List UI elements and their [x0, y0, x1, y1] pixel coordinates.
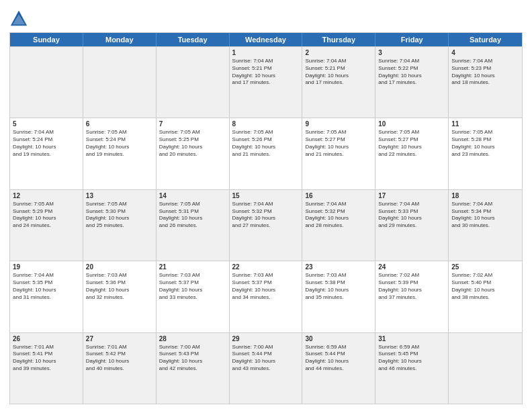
day-number: 1 [232, 49, 300, 56]
cal-cell-20-r3c1: 20Sunrise: 7:03 AMSunset: 5:36 PMDayligh… [83, 261, 157, 332]
day-number: 5 [13, 120, 80, 128]
cal-cell-31-r4c5: 31Sunrise: 6:59 AMSunset: 5:45 PMDayligh… [375, 333, 449, 404]
page-container: SundayMondayTuesdayWednesdayThursdayFrid… [0, 0, 532, 411]
cal-cell-empty-r0c2 [157, 47, 230, 118]
day-number: 29 [232, 335, 300, 342]
cell-info: Sunrise: 7:03 AMSunset: 5:36 PMDaylight:… [86, 272, 153, 301]
cell-info: Sunrise: 7:05 AMSunset: 5:24 PMDaylight:… [86, 129, 153, 158]
cal-cell-25-r3c6: 25Sunrise: 7:02 AMSunset: 5:40 PMDayligh… [449, 261, 522, 332]
day-number: 19 [13, 263, 80, 271]
weekday-header-monday: Monday [83, 33, 157, 46]
cal-cell-18-r2c6: 18Sunrise: 7:04 AMSunset: 5:34 PMDayligh… [449, 190, 522, 261]
day-number: 23 [305, 263, 372, 271]
cell-info: Sunrise: 7:04 AMSunset: 5:32 PMDaylight:… [232, 201, 300, 230]
cell-info: Sunrise: 7:02 AMSunset: 5:40 PMDaylight:… [451, 272, 519, 301]
cell-info: Sunrise: 7:05 AMSunset: 5:27 PMDaylight:… [378, 129, 445, 158]
page-header [9, 7, 523, 28]
cell-info: Sunrise: 7:05 AMSunset: 5:25 PMDaylight:… [159, 129, 226, 158]
cal-cell-10-r1c5: 10Sunrise: 7:05 AMSunset: 5:27 PMDayligh… [375, 118, 449, 189]
cal-cell-14-r2c2: 14Sunrise: 7:05 AMSunset: 5:31 PMDayligh… [157, 190, 230, 261]
cal-cell-16-r2c4: 16Sunrise: 7:04 AMSunset: 5:32 PMDayligh… [302, 190, 375, 261]
cal-cell-5-r1c0: 5Sunrise: 7:04 AMSunset: 5:24 PMDaylight… [10, 118, 83, 189]
cell-info: Sunrise: 7:04 AMSunset: 5:22 PMDaylight:… [378, 58, 445, 87]
cal-cell-empty-r0c0 [10, 47, 83, 118]
calendar-body: 1Sunrise: 7:04 AMSunset: 5:21 PMDaylight… [10, 46, 522, 404]
cell-info: Sunrise: 7:01 AMSunset: 5:41 PMDaylight:… [13, 344, 80, 373]
cal-cell-6-r1c1: 6Sunrise: 7:05 AMSunset: 5:24 PMDaylight… [83, 118, 157, 189]
cal-cell-empty-r0c1 [83, 47, 157, 118]
day-number: 24 [378, 263, 445, 271]
cell-info: Sunrise: 7:04 AMSunset: 5:21 PMDaylight:… [232, 58, 300, 87]
day-number: 11 [451, 120, 519, 128]
day-number: 3 [378, 49, 445, 56]
cal-cell-27-r4c1: 27Sunrise: 7:01 AMSunset: 5:42 PMDayligh… [83, 333, 157, 404]
day-number: 17 [378, 192, 445, 199]
day-number: 15 [232, 192, 300, 199]
cell-info: Sunrise: 7:05 AMSunset: 5:31 PMDaylight:… [159, 201, 226, 230]
weekday-header-thursday: Thursday [302, 33, 375, 46]
weekday-header-tuesday: Tuesday [157, 33, 230, 46]
cal-cell-2-r0c4: 2Sunrise: 7:04 AMSunset: 5:21 PMDaylight… [302, 47, 375, 118]
day-number: 8 [232, 120, 300, 128]
cell-info: Sunrise: 7:04 AMSunset: 5:35 PMDaylight:… [13, 272, 80, 301]
day-number: 7 [159, 120, 226, 128]
cal-cell-7-r1c2: 7Sunrise: 7:05 AMSunset: 5:25 PMDaylight… [157, 118, 230, 189]
cal-cell-empty-r4c6 [449, 333, 522, 404]
calendar-header: SundayMondayTuesdayWednesdayThursdayFrid… [10, 33, 522, 46]
cal-cell-21-r3c2: 21Sunrise: 7:03 AMSunset: 5:37 PMDayligh… [157, 261, 230, 332]
cell-info: Sunrise: 7:03 AMSunset: 5:37 PMDaylight:… [159, 272, 226, 301]
cal-cell-26-r4c0: 26Sunrise: 7:01 AMSunset: 5:41 PMDayligh… [10, 333, 83, 404]
cell-info: Sunrise: 6:59 AMSunset: 5:44 PMDaylight:… [305, 344, 372, 373]
day-number: 22 [232, 263, 300, 271]
day-number: 10 [378, 120, 445, 128]
calendar-row-2: 12Sunrise: 7:05 AMSunset: 5:29 PMDayligh… [10, 189, 522, 261]
logo [9, 9, 31, 28]
day-number: 20 [86, 263, 153, 271]
cal-cell-8-r1c3: 8Sunrise: 7:05 AMSunset: 5:26 PMDaylight… [230, 118, 303, 189]
day-number: 27 [86, 335, 153, 342]
cell-info: Sunrise: 7:05 AMSunset: 5:28 PMDaylight:… [451, 129, 519, 158]
cell-info: Sunrise: 7:04 AMSunset: 5:24 PMDaylight:… [13, 129, 80, 158]
day-number: 21 [159, 263, 226, 271]
day-number: 31 [378, 335, 445, 342]
cal-cell-24-r3c5: 24Sunrise: 7:02 AMSunset: 5:39 PMDayligh… [375, 261, 449, 332]
day-number: 6 [86, 120, 153, 128]
cal-cell-9-r1c4: 9Sunrise: 7:05 AMSunset: 5:27 PMDaylight… [302, 118, 375, 189]
day-number: 12 [13, 192, 80, 199]
day-number: 25 [451, 263, 519, 271]
cell-info: Sunrise: 7:04 AMSunset: 5:21 PMDaylight:… [305, 58, 372, 87]
cal-cell-22-r3c3: 22Sunrise: 7:03 AMSunset: 5:37 PMDayligh… [230, 261, 303, 332]
day-number: 18 [451, 192, 519, 199]
cal-cell-28-r4c2: 28Sunrise: 7:00 AMSunset: 5:43 PMDayligh… [157, 333, 230, 404]
cell-info: Sunrise: 7:00 AMSunset: 5:43 PMDaylight:… [159, 344, 226, 373]
cell-info: Sunrise: 7:00 AMSunset: 5:44 PMDaylight:… [232, 344, 300, 373]
day-number: 16 [305, 192, 372, 199]
day-number: 26 [13, 335, 80, 342]
cal-cell-11-r1c6: 11Sunrise: 7:05 AMSunset: 5:28 PMDayligh… [449, 118, 522, 189]
day-number: 13 [86, 192, 153, 199]
day-number: 4 [451, 49, 519, 56]
cal-cell-23-r3c4: 23Sunrise: 7:03 AMSunset: 5:38 PMDayligh… [302, 261, 375, 332]
weekday-header-wednesday: Wednesday [230, 33, 303, 46]
day-number: 28 [159, 335, 226, 342]
calendar-row-0: 1Sunrise: 7:04 AMSunset: 5:21 PMDaylight… [10, 46, 522, 118]
calendar-row-1: 5Sunrise: 7:04 AMSunset: 5:24 PMDaylight… [10, 118, 522, 189]
cell-info: Sunrise: 7:04 AMSunset: 5:33 PMDaylight:… [378, 201, 445, 230]
cal-cell-3-r0c5: 3Sunrise: 7:04 AMSunset: 5:22 PMDaylight… [375, 47, 449, 118]
cal-cell-13-r2c1: 13Sunrise: 7:05 AMSunset: 5:30 PMDayligh… [83, 190, 157, 261]
weekday-header-saturday: Saturday [449, 33, 522, 46]
calendar-row-4: 26Sunrise: 7:01 AMSunset: 5:41 PMDayligh… [10, 332, 522, 404]
cell-info: Sunrise: 7:04 AMSunset: 5:34 PMDaylight:… [451, 201, 519, 230]
cell-info: Sunrise: 7:04 AMSunset: 5:32 PMDaylight:… [305, 201, 372, 230]
cell-info: Sunrise: 7:02 AMSunset: 5:39 PMDaylight:… [378, 272, 445, 301]
cal-cell-19-r3c0: 19Sunrise: 7:04 AMSunset: 5:35 PMDayligh… [10, 261, 83, 332]
cell-info: Sunrise: 7:05 AMSunset: 5:29 PMDaylight:… [13, 201, 80, 230]
cell-info: Sunrise: 7:03 AMSunset: 5:37 PMDaylight:… [232, 272, 300, 301]
calendar-row-3: 19Sunrise: 7:04 AMSunset: 5:35 PMDayligh… [10, 261, 522, 332]
day-number: 30 [305, 335, 372, 342]
cal-cell-1-r0c3: 1Sunrise: 7:04 AMSunset: 5:21 PMDaylight… [230, 47, 303, 118]
cell-info: Sunrise: 6:59 AMSunset: 5:45 PMDaylight:… [378, 344, 445, 373]
cal-cell-29-r4c3: 29Sunrise: 7:00 AMSunset: 5:44 PMDayligh… [230, 333, 303, 404]
calendar: SundayMondayTuesdayWednesdayThursdayFrid… [9, 32, 523, 404]
cal-cell-30-r4c4: 30Sunrise: 6:59 AMSunset: 5:44 PMDayligh… [302, 333, 375, 404]
